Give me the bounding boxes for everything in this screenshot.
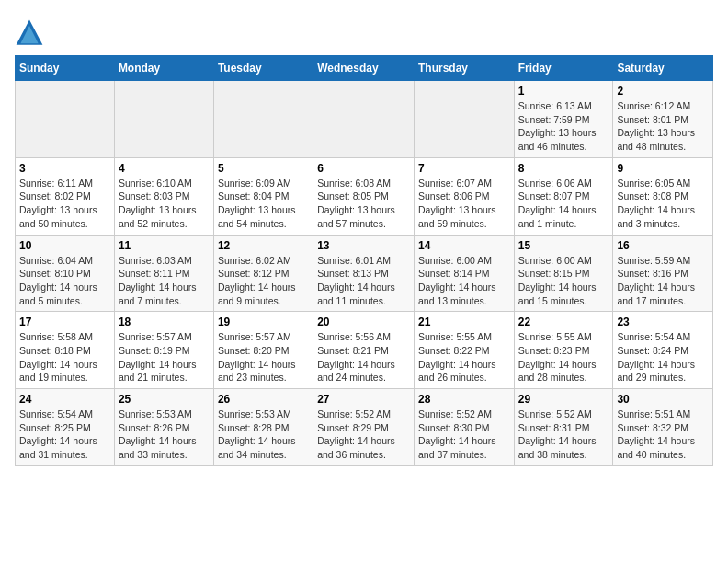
calendar-cell: 7Sunrise: 6:07 AM Sunset: 8:06 PM Daylig… xyxy=(414,157,514,235)
day-number: 1 xyxy=(518,85,609,98)
weekday-header-friday: Friday xyxy=(514,56,613,81)
day-info: Sunrise: 6:04 AM Sunset: 8:10 PM Dayligh… xyxy=(19,254,110,308)
day-info: Sunrise: 6:09 AM Sunset: 8:04 PM Dayligh… xyxy=(218,177,309,231)
day-info: Sunrise: 6:05 AM Sunset: 8:08 PM Dayligh… xyxy=(617,177,709,231)
day-info: Sunrise: 6:06 AM Sunset: 8:07 PM Dayligh… xyxy=(518,177,609,231)
calendar-week-row: 17Sunrise: 5:58 AM Sunset: 8:18 PM Dayli… xyxy=(16,312,713,389)
calendar-cell: 28Sunrise: 5:52 AM Sunset: 8:30 PM Dayli… xyxy=(414,389,514,466)
day-info: Sunrise: 5:55 AM Sunset: 8:22 PM Dayligh… xyxy=(418,330,510,385)
day-info: Sunrise: 5:54 AM Sunset: 8:25 PM Dayligh… xyxy=(19,408,110,462)
calendar-cell: 20Sunrise: 5:56 AM Sunset: 8:21 PM Dayli… xyxy=(313,312,415,389)
day-number: 29 xyxy=(518,393,609,406)
day-number: 12 xyxy=(218,239,309,252)
day-info: Sunrise: 6:07 AM Sunset: 8:06 PM Dayligh… xyxy=(418,177,510,231)
weekday-header-thursday: Thursday xyxy=(414,56,514,81)
day-info: Sunrise: 5:51 AM Sunset: 8:32 PM Dayligh… xyxy=(617,408,709,462)
calendar-cell: 25Sunrise: 5:53 AM Sunset: 8:26 PM Dayli… xyxy=(114,389,213,466)
day-number: 13 xyxy=(317,239,410,252)
day-info: Sunrise: 5:56 AM Sunset: 8:21 PM Dayligh… xyxy=(317,330,410,385)
calendar-cell: 3Sunrise: 6:11 AM Sunset: 8:02 PM Daylig… xyxy=(16,157,115,235)
weekday-header-monday: Monday xyxy=(114,56,213,81)
calendar-cell: 8Sunrise: 6:06 AM Sunset: 8:07 PM Daylig… xyxy=(514,157,613,235)
day-info: Sunrise: 5:52 AM Sunset: 8:30 PM Dayligh… xyxy=(418,408,510,462)
day-info: Sunrise: 6:12 AM Sunset: 8:01 PM Dayligh… xyxy=(617,99,709,154)
weekday-header-saturday: Saturday xyxy=(613,56,713,81)
calendar-cell: 4Sunrise: 6:10 AM Sunset: 8:03 PM Daylig… xyxy=(114,157,213,235)
header xyxy=(15,15,713,48)
day-info: Sunrise: 5:59 AM Sunset: 8:16 PM Dayligh… xyxy=(617,254,709,308)
day-info: Sunrise: 6:01 AM Sunset: 8:13 PM Dayligh… xyxy=(317,254,410,308)
calendar-cell: 9Sunrise: 6:05 AM Sunset: 8:08 PM Daylig… xyxy=(613,157,713,235)
day-info: Sunrise: 5:53 AM Sunset: 8:28 PM Dayligh… xyxy=(218,408,309,462)
weekday-header-wednesday: Wednesday xyxy=(313,56,415,81)
calendar-week-row: 10Sunrise: 6:04 AM Sunset: 8:10 PM Dayli… xyxy=(16,235,713,312)
calendar-header-row: SundayMondayTuesdayWednesdayThursdayFrid… xyxy=(16,56,713,81)
calendar-week-row: 24Sunrise: 5:54 AM Sunset: 8:25 PM Dayli… xyxy=(16,389,713,466)
day-info: Sunrise: 5:57 AM Sunset: 8:20 PM Dayligh… xyxy=(218,330,309,385)
day-info: Sunrise: 6:03 AM Sunset: 8:11 PM Dayligh… xyxy=(119,254,210,308)
day-number: 27 xyxy=(317,393,410,406)
calendar-cell: 5Sunrise: 6:09 AM Sunset: 8:04 PM Daylig… xyxy=(213,157,313,235)
calendar-cell: 1Sunrise: 6:13 AM Sunset: 7:59 PM Daylig… xyxy=(514,81,613,158)
calendar-cell: 14Sunrise: 6:00 AM Sunset: 8:14 PM Dayli… xyxy=(414,235,514,312)
day-number: 14 xyxy=(418,239,510,252)
day-info: Sunrise: 5:53 AM Sunset: 8:26 PM Dayligh… xyxy=(119,408,210,462)
day-number: 2 xyxy=(617,85,709,98)
logo-icon xyxy=(15,18,44,48)
day-info: Sunrise: 6:13 AM Sunset: 7:59 PM Dayligh… xyxy=(518,99,609,154)
weekday-header-tuesday: Tuesday xyxy=(213,56,313,81)
day-number: 20 xyxy=(317,316,410,328)
day-number: 3 xyxy=(19,162,110,175)
calendar-cell: 13Sunrise: 6:01 AM Sunset: 8:13 PM Dayli… xyxy=(313,235,415,312)
day-number: 16 xyxy=(617,239,709,252)
calendar-week-row: 1Sunrise: 6:13 AM Sunset: 7:59 PM Daylig… xyxy=(16,81,713,158)
day-number: 8 xyxy=(518,162,609,175)
day-number: 11 xyxy=(119,239,210,252)
calendar-cell: 12Sunrise: 6:02 AM Sunset: 8:12 PM Dayli… xyxy=(213,235,313,312)
calendar-cell xyxy=(414,81,514,158)
day-number: 30 xyxy=(617,393,709,406)
day-number: 24 xyxy=(19,393,110,406)
day-number: 26 xyxy=(218,393,309,406)
day-info: Sunrise: 6:00 AM Sunset: 8:15 PM Dayligh… xyxy=(518,254,609,308)
day-info: Sunrise: 6:02 AM Sunset: 8:12 PM Dayligh… xyxy=(218,254,309,308)
calendar-cell xyxy=(16,81,115,158)
calendar-week-row: 3Sunrise: 6:11 AM Sunset: 8:02 PM Daylig… xyxy=(16,157,713,235)
day-number: 6 xyxy=(317,162,410,175)
day-number: 28 xyxy=(418,393,510,406)
calendar-cell xyxy=(313,81,415,158)
weekday-header-sunday: Sunday xyxy=(16,56,115,81)
day-info: Sunrise: 5:57 AM Sunset: 8:19 PM Dayligh… xyxy=(119,330,210,385)
calendar-cell: 26Sunrise: 5:53 AM Sunset: 8:28 PM Dayli… xyxy=(213,389,313,466)
calendar-cell xyxy=(213,81,313,158)
day-number: 18 xyxy=(119,316,210,328)
day-number: 21 xyxy=(418,316,510,328)
day-info: Sunrise: 5:52 AM Sunset: 8:29 PM Dayligh… xyxy=(317,408,410,462)
day-number: 19 xyxy=(218,316,309,328)
calendar-cell: 18Sunrise: 5:57 AM Sunset: 8:19 PM Dayli… xyxy=(114,312,213,389)
day-number: 23 xyxy=(617,316,709,328)
day-number: 4 xyxy=(119,162,210,175)
calendar-cell: 27Sunrise: 5:52 AM Sunset: 8:29 PM Dayli… xyxy=(313,389,415,466)
calendar-cell: 15Sunrise: 6:00 AM Sunset: 8:15 PM Dayli… xyxy=(514,235,613,312)
calendar-cell: 29Sunrise: 5:52 AM Sunset: 8:31 PM Dayli… xyxy=(514,389,613,466)
calendar-cell: 2Sunrise: 6:12 AM Sunset: 8:01 PM Daylig… xyxy=(613,81,713,158)
day-info: Sunrise: 5:58 AM Sunset: 8:18 PM Dayligh… xyxy=(19,330,110,385)
day-info: Sunrise: 6:10 AM Sunset: 8:03 PM Dayligh… xyxy=(119,177,210,231)
calendar-cell: 16Sunrise: 5:59 AM Sunset: 8:16 PM Dayli… xyxy=(613,235,713,312)
day-number: 10 xyxy=(19,239,110,252)
day-number: 25 xyxy=(119,393,210,406)
calendar-cell: 6Sunrise: 6:08 AM Sunset: 8:05 PM Daylig… xyxy=(313,157,415,235)
calendar-cell: 24Sunrise: 5:54 AM Sunset: 8:25 PM Dayli… xyxy=(16,389,115,466)
day-info: Sunrise: 6:11 AM Sunset: 8:02 PM Dayligh… xyxy=(19,177,110,231)
calendar-cell: 10Sunrise: 6:04 AM Sunset: 8:10 PM Dayli… xyxy=(16,235,115,312)
day-info: Sunrise: 6:08 AM Sunset: 8:05 PM Dayligh… xyxy=(317,177,410,231)
calendar-cell: 11Sunrise: 6:03 AM Sunset: 8:11 PM Dayli… xyxy=(114,235,213,312)
calendar-cell: 23Sunrise: 5:54 AM Sunset: 8:24 PM Dayli… xyxy=(613,312,713,389)
calendar-cell: 19Sunrise: 5:57 AM Sunset: 8:20 PM Dayli… xyxy=(213,312,313,389)
day-info: Sunrise: 6:00 AM Sunset: 8:14 PM Dayligh… xyxy=(418,254,510,308)
day-number: 5 xyxy=(218,162,309,175)
day-info: Sunrise: 5:55 AM Sunset: 8:23 PM Dayligh… xyxy=(518,330,609,385)
calendar-cell: 30Sunrise: 5:51 AM Sunset: 8:32 PM Dayli… xyxy=(613,389,713,466)
calendar-cell xyxy=(114,81,213,158)
